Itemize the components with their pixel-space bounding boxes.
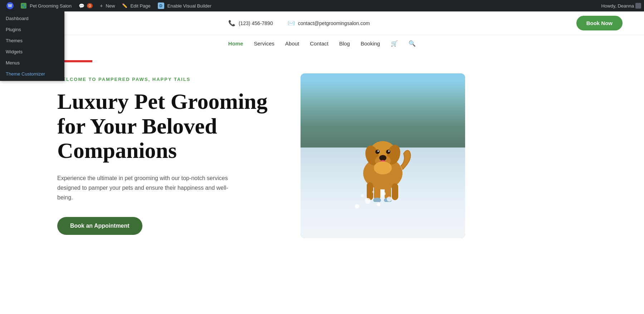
wordpress-icon: W [6, 2, 14, 9]
site-name-label: Pet Grooming Salon [30, 3, 72, 9]
new-label: New [106, 3, 115, 9]
site-navigation: Home Services About Contact Blog Booking… [0, 35, 644, 52]
phone-contact: 📞 (123) 456-7890 [228, 19, 273, 27]
svg-point-7 [386, 150, 390, 154]
nav-services[interactable]: Services [254, 40, 275, 47]
svg-point-24 [372, 191, 374, 193]
site-icon: 🐾 [21, 3, 26, 9]
nav-home[interactable]: Home [228, 40, 243, 47]
visual-builder-button[interactable]: D Enable Visual Builder [154, 0, 215, 11]
email-address: contact@petgroomingsalon.com [298, 20, 370, 26]
hero-content: WELCOME TO PAMPERED PAWS, HAPPY TAILS Lu… [57, 77, 272, 235]
new-content-button[interactable]: + New [96, 0, 118, 11]
arrow-line [60, 60, 92, 62]
svg-point-20 [377, 203, 380, 206]
widgets-link[interactable]: Widgets [0, 46, 64, 57]
hero-description: Experience the ultimate in pet grooming … [57, 173, 229, 203]
plus-icon: + [100, 3, 103, 9]
comments-count: 0 [87, 3, 93, 8]
email-icon: ✉️ [287, 19, 295, 27]
svg-point-5 [379, 155, 386, 161]
comment-bubble-icon: 💬 [79, 3, 84, 9]
dashboard-link[interactable]: Dashboard [0, 13, 64, 24]
nav-booking[interactable]: Booking [361, 40, 380, 47]
svg-point-6 [375, 150, 380, 154]
svg-point-22 [361, 194, 364, 197]
svg-point-15 [374, 161, 392, 174]
howdy-text: Howdy, Deanna [601, 3, 634, 9]
pencil-icon: ✏️ [122, 3, 127, 8]
svg-point-23 [382, 192, 386, 195]
cart-icon[interactable]: 🛒 [391, 40, 398, 47]
svg-point-8 [377, 150, 379, 152]
phone-number: (123) 456-7890 [239, 20, 273, 26]
themes-link[interactable]: Themes [0, 35, 64, 46]
site-name-button[interactable]: 🐾 Pet Grooming Salon [17, 0, 75, 11]
hero-image [301, 73, 472, 238]
theme-customizer-link[interactable]: Theme Customizer [0, 68, 64, 79]
dog-photo [301, 73, 465, 238]
appearance-dropdown: Dashboard Plugins Themes Widgets Menus T… [0, 11, 64, 81]
svg-point-21 [387, 197, 392, 202]
book-appointment-button[interactable]: Book an Appointment [57, 217, 142, 235]
edit-page-button[interactable]: ✏️ Edit Page [118, 0, 154, 11]
email-contact: ✉️ contact@petgroomingsalon.com [287, 19, 370, 27]
snow-particles [350, 185, 400, 213]
nav-contact[interactable]: Contact [310, 40, 328, 47]
wp-logo-button[interactable]: W [3, 0, 17, 11]
site-header: 📞 (123) 456-7890 ✉️ contact@petgroomings… [0, 11, 644, 35]
search-icon[interactable]: 🔍 [409, 40, 416, 47]
hero-subtitle: WELCOME TO PAMPERED PAWS, HAPPY TAILS [57, 77, 272, 82]
svg-point-9 [388, 150, 390, 152]
book-now-button[interactable]: Book Now [576, 16, 623, 30]
svg-point-18 [355, 204, 359, 208]
adminbar-right: Howdy, Deanna [601, 3, 641, 9]
user-avatar[interactable] [635, 3, 641, 9]
website-preview: 📞 (123) 456-7890 ✉️ contact@petgroomings… [0, 11, 644, 314]
menus-link[interactable]: Menus [0, 57, 64, 68]
svg-point-19 [365, 198, 371, 204]
visual-builder-label: Enable Visual Builder [167, 3, 211, 9]
comments-button[interactable]: 💬 0 [75, 0, 96, 11]
contact-info: 📞 (123) 456-7890 ✉️ contact@petgroomings… [228, 19, 370, 27]
nav-about[interactable]: About [285, 40, 299, 47]
nav-blog[interactable]: Blog [339, 40, 350, 47]
hero-title: Luxury Pet Grooming for Your Beloved Com… [57, 89, 272, 163]
admin-bar: W 🐾 Pet Grooming Salon 💬 0 + New ✏️ Edit… [0, 0, 644, 11]
plugins-link[interactable]: Plugins [0, 24, 64, 35]
divi-icon: D [158, 3, 164, 9]
edit-page-label: Edit Page [130, 3, 150, 9]
hero-section: WELCOME TO PAMPERED PAWS, HAPPY TAILS Lu… [0, 52, 644, 260]
phone-icon: 📞 [228, 19, 236, 27]
